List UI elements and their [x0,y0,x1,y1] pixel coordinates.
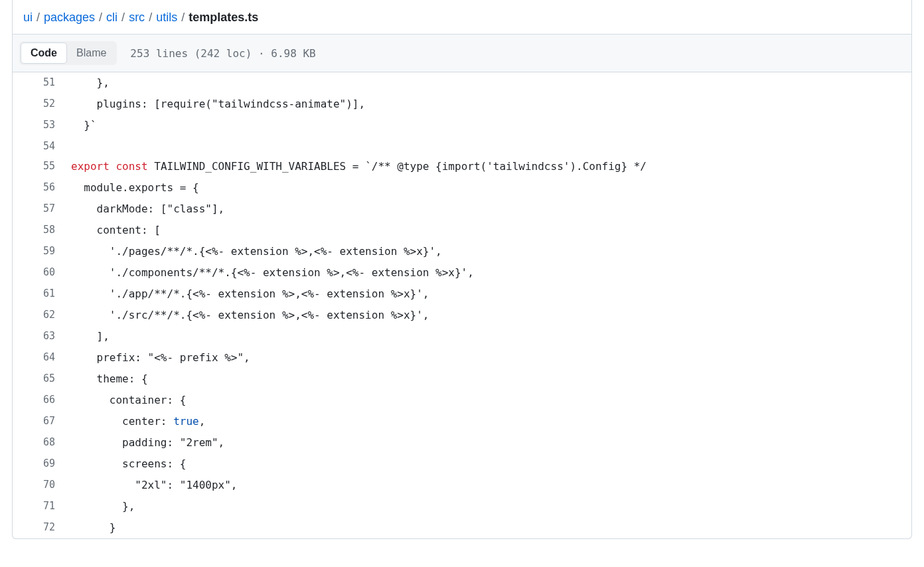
line-number[interactable]: 62 [13,305,71,326]
code-row: 58 content: [ [13,220,911,241]
breadcrumb-separator: / [99,11,102,25]
file-info: 253 lines (242 loc) · 6.98 KB [130,47,315,60]
code-line[interactable]: }, [71,496,911,517]
line-number[interactable]: 55 [13,156,71,177]
code-row: 68 padding: "2rem", [13,432,911,453]
breadcrumb-separator: / [37,11,40,25]
code-row: 60 './components/**/*.{<%- extension %>,… [13,262,911,284]
code-line[interactable]: theme: { [71,368,911,390]
code-line[interactable]: './src/**/*.{<%- extension %>,<%- extens… [71,305,911,326]
code-row: 64 prefix: "<%- prefix %>", [13,347,911,368]
line-number[interactable]: 59 [13,241,71,262]
breadcrumb-separator: / [121,11,125,25]
breadcrumb-link-ui[interactable]: ui [23,11,33,25]
line-number[interactable]: 61 [13,284,71,305]
line-number[interactable]: 65 [13,368,71,390]
breadcrumb-bar: ui / packages / cli / src / utils / temp… [13,0,911,35]
code-row: 72 } [13,517,911,538]
line-number[interactable]: 52 [13,94,71,115]
code-area[interactable]: 51 }, 52 plugins: [require("tailwindcss-… [13,72,911,538]
code-row: 65 theme: { [13,368,911,390]
code-line[interactable]: darkMode: ["class"], [71,199,911,220]
line-number[interactable]: 66 [13,390,71,411]
code-line[interactable]: padding: "2rem", [71,432,911,453]
code-line[interactable]: center: true, [71,411,911,432]
code-row: 56 module.exports = { [13,177,911,199]
code-table: 51 }, 52 plugins: [require("tailwindcss-… [13,72,911,538]
code-line[interactable]: export const TAILWIND_CONFIG_WITH_VARIAB… [71,156,911,177]
code-row: 63 ], [13,326,911,347]
keyword-export: export [71,160,110,173]
line-number[interactable]: 67 [13,411,71,432]
code-line[interactable]: plugins: [require("tailwindcss-animate")… [71,94,911,115]
code-row: 54 [13,136,911,156]
code-row: 55 export const TAILWIND_CONFIG_WITH_VAR… [13,156,911,177]
line-number[interactable]: 64 [13,347,71,368]
code-line[interactable]: module.exports = { [71,177,911,199]
code-row: 57 darkMode: ["class"], [13,199,911,220]
code-line[interactable]: }, [71,72,911,94]
line-number[interactable]: 60 [13,262,71,284]
code-row: 66 container: { [13,390,911,411]
code-row: 61 './app/**/*.{<%- extension %>,<%- ext… [13,284,911,305]
code-row: 70 "2xl": "1400px", [13,475,911,496]
breadcrumb-current-file: templates.ts [189,11,258,25]
line-number[interactable]: 63 [13,326,71,347]
code-row: 69 screens: { [13,453,911,475]
code-line[interactable]: './app/**/*.{<%- extension %>,<%- extens… [71,284,911,305]
tab-code[interactable]: Code [21,42,67,64]
code-line[interactable]: './pages/**/*.{<%- extension %>,<%- exte… [71,241,911,262]
tab-blame[interactable]: Blame [67,43,116,63]
literal-true: true [173,415,199,428]
breadcrumb-link-cli[interactable]: cli [106,11,117,25]
code-row: 59 './pages/**/*.{<%- extension %>,<%- e… [13,241,911,262]
code-line[interactable]: ], [71,326,911,347]
line-number[interactable]: 58 [13,220,71,241]
code-line[interactable]: screens: { [71,453,911,475]
keyword-const: const [116,160,147,173]
line-number[interactable]: 69 [13,453,71,475]
code-row: 52 plugins: [require("tailwindcss-animat… [13,94,911,115]
line-number[interactable]: 68 [13,432,71,453]
line-number[interactable]: 71 [13,496,71,517]
identifier: TAILWIND_CONFIG_WITH_VARIABLES [154,160,346,173]
line-number[interactable]: 70 [13,475,71,496]
breadcrumb: ui / packages / cli / src / utils / temp… [23,11,901,25]
code-line[interactable]: }` [71,115,911,136]
line-number[interactable]: 72 [13,517,71,538]
breadcrumb-link-utils[interactable]: utils [156,11,177,25]
file-view-container: ui / packages / cli / src / utils / temp… [12,0,912,539]
line-number[interactable]: 51 [13,72,71,94]
file-toolbar: Code Blame 253 lines (242 loc) · 6.98 KB [13,35,911,72]
breadcrumb-separator: / [149,11,152,25]
code-row: 67 center: true, [13,411,911,432]
code-line[interactable]: } [71,517,911,538]
code-line[interactable]: content: [ [71,220,911,241]
code-line[interactable]: container: { [71,390,911,411]
line-number[interactable]: 53 [13,115,71,136]
code-line[interactable] [71,136,911,156]
line-number[interactable]: 54 [13,136,71,156]
code-line[interactable]: "2xl": "1400px", [71,475,911,496]
code-row: 71 }, [13,496,911,517]
code-row: 62 './src/**/*.{<%- extension %>,<%- ext… [13,305,911,326]
breadcrumb-separator: / [181,11,185,25]
breadcrumb-link-src[interactable]: src [129,11,145,25]
code-row: 53 }` [13,115,911,136]
view-mode-tabs: Code Blame [19,41,117,65]
line-number[interactable]: 56 [13,177,71,199]
line-number[interactable]: 57 [13,199,71,220]
code-line[interactable]: './components/**/*.{<%- extension %>,<%-… [71,262,911,284]
code-line[interactable]: prefix: "<%- prefix %>", [71,347,911,368]
code-row: 51 }, [13,72,911,94]
breadcrumb-link-packages[interactable]: packages [44,11,95,25]
